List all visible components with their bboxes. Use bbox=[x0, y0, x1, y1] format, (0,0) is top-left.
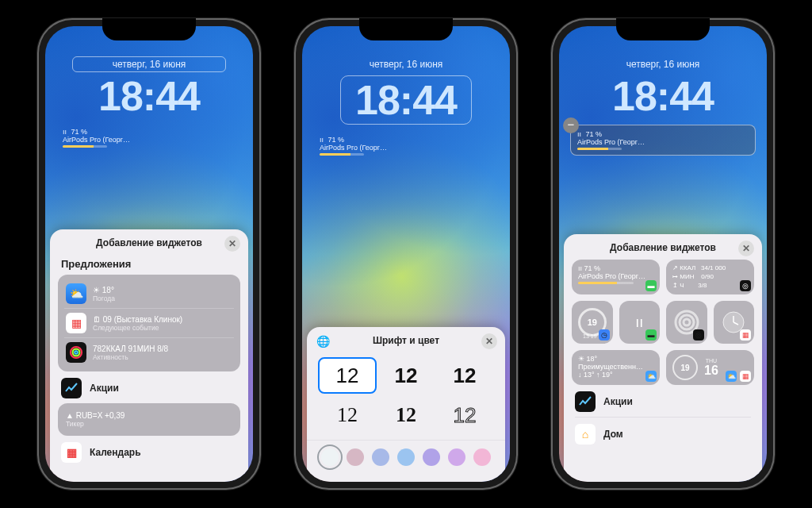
app-stocks-label: Акции bbox=[603, 396, 633, 407]
panel-title: Добавление виджетов bbox=[610, 242, 716, 253]
airpods-name: AirPods Pro (Георг… bbox=[63, 136, 130, 144]
range: ↓ 13° ↑ 19° bbox=[578, 371, 613, 379]
battery-bar bbox=[577, 148, 622, 150]
activity-icon bbox=[66, 342, 86, 363]
airpods-pct: 71 % bbox=[584, 264, 601, 272]
font-option-3[interactable]: 12 bbox=[435, 357, 494, 394]
app-stocks[interactable]: Акции bbox=[50, 371, 248, 403]
suggestion-activity[interactable]: 782ККАЛ 91МИН 8/8 Активность bbox=[64, 337, 234, 367]
screen: четверг, 16 июня 18:44 ıı 71 % AirPods P… bbox=[45, 26, 253, 482]
phone-1: четверг, 16 июня 18:44 ıı 71 % AirPods P… bbox=[37, 18, 261, 490]
suggestion-weather[interactable]: ⛅ ☀︎ 18° Погода bbox=[64, 279, 234, 308]
svg-point-5 bbox=[684, 319, 690, 325]
ticker-card[interactable]: ▲ RUB=X +0,39 Тикер bbox=[58, 403, 240, 436]
lockscreen-time[interactable]: 18:44 bbox=[56, 75, 242, 117]
font-option-1[interactable]: 12 bbox=[318, 357, 377, 394]
act-line1: 782ККАЛ 91МИН 8/8 bbox=[93, 344, 168, 353]
app-home[interactable]: ⌂ Дом bbox=[564, 418, 762, 449]
lockscreen-widget-airpods[interactable]: ıı 71 % AirPods Pro (Георг… bbox=[313, 133, 499, 159]
color-swatch-7[interactable] bbox=[473, 448, 491, 466]
phone-2: четверг, 16 июня 18:44 ıı 71 % AirPods P… bbox=[294, 18, 518, 490]
airpods-icon: ıı bbox=[63, 128, 67, 136]
weather-line2: Погода bbox=[93, 294, 115, 302]
panel-header: Добавление виджетов ✕ bbox=[50, 229, 248, 255]
widget-tile-airpods-sq[interactable]: ıı ▬ bbox=[619, 301, 661, 344]
suggestions-title: Предложения bbox=[50, 255, 248, 275]
svg-point-4 bbox=[680, 315, 694, 329]
font-grid: 12 12 12 12 12 12 bbox=[307, 352, 505, 435]
suggestions-card: ⛅ ☀︎ 18° Погода ▦ 🗓 09 (Выставка Клинок)… bbox=[58, 275, 240, 371]
battery-bar bbox=[63, 145, 107, 148]
widget-tile-activity-stats[interactable]: ↗ ККАЛ 34/1 000 ↦ МИН 0/90 ↥ Ч 3/8 ◎ bbox=[666, 260, 754, 294]
screen: четверг, 16 июня 18:44 ıı 71 % AirPods P… bbox=[302, 26, 510, 482]
temp: 18° bbox=[587, 355, 598, 363]
widget-tile-clock[interactable]: ▦ bbox=[714, 301, 755, 344]
thu-num: 16 bbox=[704, 364, 718, 378]
circle-widget: 19 bbox=[672, 355, 698, 380]
widget-add-panel: Добавление виджетов ✕ Предложения ⛅ ☀︎ 1… bbox=[50, 229, 248, 482]
app-home-label: Дом bbox=[603, 429, 623, 440]
close-button[interactable]: ✕ bbox=[738, 241, 754, 256]
h-val: 3/8 bbox=[698, 282, 707, 289]
weather-app-badge-icon: ⛅ bbox=[726, 371, 737, 382]
close-button[interactable]: ✕ bbox=[224, 236, 240, 252]
lockscreen-time-selected[interactable]: 18:44 bbox=[340, 75, 472, 125]
widget-add-panel: Добавление виджетов ✕ ıı 71 % AirPods Pr… bbox=[564, 234, 762, 482]
sun-icon: ☀︎ bbox=[578, 355, 587, 363]
app-calendar-label: Календарь bbox=[90, 447, 141, 458]
kcal-val: 34/1 000 bbox=[701, 264, 726, 271]
sky: Преимущественн… bbox=[578, 363, 643, 371]
color-swatch-6[interactable] bbox=[448, 448, 465, 466]
close-button[interactable]: ✕ bbox=[481, 333, 497, 349]
notch bbox=[616, 18, 710, 40]
battery-pct: 71 % bbox=[586, 130, 603, 138]
battery-bar bbox=[320, 153, 364, 156]
suggestion-calendar[interactable]: ▦ 🗓 09 (Выставка Клинок) Следующее событ… bbox=[64, 308, 234, 337]
panel-header: 🌐 Шрифт и цвет ✕ bbox=[307, 327, 505, 352]
color-swatch-3[interactable] bbox=[372, 448, 389, 466]
svg-point-2 bbox=[75, 351, 78, 354]
airpods-name: AirPods Pro (Георг… bbox=[577, 138, 645, 146]
home-icon: ⌂ bbox=[575, 424, 596, 444]
battery-pct: 71 % bbox=[71, 128, 88, 136]
app-calendar[interactable]: ▦ Календарь bbox=[50, 436, 248, 468]
color-swatch-2[interactable] bbox=[347, 448, 364, 466]
lockscreen-date[interactable]: четверг, 16 июня bbox=[313, 56, 499, 72]
lockscreen-date[interactable]: четверг, 16 июня bbox=[72, 56, 227, 72]
color-swatch-4[interactable] bbox=[397, 448, 415, 466]
app-stocks-label: Акции bbox=[90, 383, 119, 394]
globe-button[interactable]: 🌐 bbox=[315, 333, 331, 349]
lockscreen-widget-slot[interactable]: − ıı 71 % AirPods Pro (Георг… bbox=[570, 125, 756, 156]
act-line2: Активность bbox=[93, 353, 168, 361]
font-option-6[interactable]: 12 bbox=[435, 397, 494, 433]
widget-tile-weather[interactable]: ☀︎ 18° Преимущественн… ↓ 13° ↑ 19° ⛅ bbox=[572, 350, 660, 385]
widget-grid-row1: ıı 71 % AirPods Pro (Георг… ▬ ↗ ККАЛ 34/… bbox=[564, 260, 762, 294]
remove-widget-button[interactable]: − bbox=[563, 117, 579, 133]
color-swatch-1[interactable] bbox=[321, 448, 339, 466]
battery-app-badge-icon: ▬ bbox=[645, 280, 657, 291]
weather-line1: ☀︎ 18° bbox=[93, 286, 115, 294]
widget-tile-airpods[interactable]: ıı 71 % AirPods Pro (Георг… ▬ bbox=[572, 260, 660, 294]
lockscreen-header: четверг, 16 июня 18:44 − ıı 71 % AirPods… bbox=[559, 56, 767, 156]
widget-tile-activity-rings[interactable]: ◎ bbox=[666, 301, 707, 344]
app-stocks[interactable]: Акции bbox=[564, 385, 762, 417]
font-option-2[interactable]: 12 bbox=[377, 357, 435, 394]
stocks-icon bbox=[575, 391, 596, 412]
lockscreen-date[interactable]: четверг, 16 июня bbox=[570, 56, 756, 72]
lockscreen-time[interactable]: 18:44 bbox=[570, 75, 756, 117]
panel-header: Добавление виджетов ✕ bbox=[564, 234, 762, 260]
svg-point-1 bbox=[73, 349, 80, 356]
ticker-line2: Тикер bbox=[66, 420, 232, 428]
min-val: 0/90 bbox=[701, 273, 714, 280]
color-swatch-5[interactable] bbox=[423, 448, 440, 466]
airpods-name: AirPods Pro (Георг… bbox=[578, 272, 645, 280]
min-label: ↦ МИН bbox=[672, 273, 694, 280]
kcal-label: ↗ ККАЛ bbox=[672, 264, 695, 271]
lockscreen-widget-airpods[interactable]: ıı 71 % AirPods Pro (Георг… bbox=[56, 125, 242, 151]
font-option-4[interactable]: 12 bbox=[318, 397, 377, 433]
widget-tile-weather-cal[interactable]: 19 THU 16 ⛅ ▦ bbox=[666, 350, 754, 385]
widget-tile-cal-ring[interactable]: 19 13 19 1 ◷ bbox=[572, 301, 613, 344]
airpods-name: AirPods Pro (Георг… bbox=[320, 144, 387, 152]
screen: четверг, 16 июня 18:44 − ıı 71 % AirPods… bbox=[559, 26, 767, 482]
font-option-5[interactable]: 12 bbox=[377, 397, 435, 433]
